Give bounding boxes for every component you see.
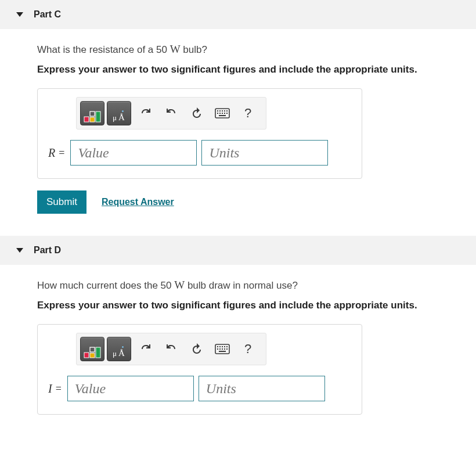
undo-button[interactable] — [134, 101, 158, 125]
question-text: How much current does the 50 W bulb draw… — [37, 279, 476, 292]
watt-symbol: W — [170, 43, 181, 55]
svg-rect-30 — [224, 346, 225, 347]
equals-sign: = — [56, 383, 62, 395]
svg-rect-9 — [219, 110, 221, 112]
question-text: What is the resistance of a 50 W bulb? — [37, 43, 476, 56]
svg-rect-21 — [90, 353, 95, 358]
svg-rect-36 — [226, 348, 228, 350]
svg-rect-14 — [219, 113, 221, 114]
svg-rect-15 — [222, 113, 223, 114]
equals-sign: = — [59, 147, 64, 159]
svg-rect-1 — [90, 112, 95, 116]
redo-button[interactable] — [159, 101, 183, 125]
instruction-text: Express your answer to two significant f… — [37, 300, 476, 311]
svg-rect-3 — [96, 112, 100, 122]
input-row: R = — [48, 140, 351, 166]
svg-text:μ: μ — [113, 113, 117, 122]
actions-row: Submit Request Answer — [37, 190, 476, 214]
part-title: Part C — [34, 9, 61, 20]
part-title: Part D — [34, 245, 61, 256]
answer-box: μ Å ? I = — [37, 324, 362, 415]
svg-rect-16 — [224, 113, 225, 114]
question-pre: How much current does the 50 — [37, 280, 174, 291]
value-input[interactable] — [70, 140, 197, 166]
redo-button[interactable] — [159, 337, 183, 361]
svg-rect-33 — [219, 348, 221, 350]
part-body: What is the resistance of a 50 W bulb? E… — [0, 29, 476, 236]
svg-rect-18 — [219, 115, 226, 116]
svg-rect-34 — [222, 348, 223, 350]
svg-rect-0 — [84, 117, 89, 122]
units-input[interactable] — [199, 376, 325, 401]
svg-point-6 — [122, 110, 124, 112]
keyboard-button[interactable] — [210, 337, 235, 361]
help-button[interactable]: ? — [236, 101, 260, 125]
keyboard-button[interactable] — [210, 101, 235, 125]
question-pre: What is the resistance of a 50 — [37, 44, 170, 55]
svg-point-25 — [122, 346, 124, 348]
undo-button[interactable] — [134, 337, 158, 361]
svg-rect-2 — [90, 117, 95, 122]
svg-rect-12 — [226, 110, 228, 112]
question-post: bulb draw in normal use? — [185, 280, 298, 291]
special-chars-button[interactable]: μ Å — [107, 101, 131, 125]
chevron-down-icon — [16, 248, 23, 253]
reset-button[interactable] — [185, 101, 209, 125]
svg-rect-22 — [96, 347, 100, 358]
units-input[interactable] — [201, 140, 328, 166]
equation-toolbar: μ Å ? — [76, 97, 266, 130]
templates-button[interactable] — [80, 337, 104, 361]
question-post: bulb? — [181, 44, 207, 55]
svg-rect-17 — [226, 113, 228, 114]
variable-label: I — [48, 382, 52, 396]
watt-symbol: W — [174, 279, 185, 291]
part-header[interactable]: Part D — [0, 236, 476, 265]
answer-box: μ Å ? R = — [37, 88, 362, 179]
svg-rect-13 — [217, 113, 218, 114]
input-row: I = — [48, 376, 351, 401]
equation-toolbar: μ Å ? — [76, 333, 266, 365]
part-header[interactable]: Part C — [0, 0, 476, 29]
svg-rect-11 — [224, 110, 225, 112]
special-chars-button[interactable]: μ Å — [107, 337, 131, 361]
svg-text:Å: Å — [118, 113, 125, 122]
svg-rect-29 — [222, 346, 223, 347]
chevron-down-icon — [16, 12, 23, 17]
svg-rect-31 — [226, 346, 228, 347]
part-body: How much current does the 50 W bulb draw… — [0, 265, 476, 415]
svg-rect-37 — [219, 351, 226, 352]
svg-text:μ: μ — [113, 349, 117, 358]
value-input[interactable] — [67, 376, 194, 401]
request-answer-link[interactable]: Request Answer — [102, 197, 174, 207]
help-button[interactable]: ? — [236, 337, 260, 361]
svg-rect-32 — [217, 348, 218, 350]
svg-rect-20 — [90, 347, 95, 352]
submit-button[interactable]: Submit — [37, 190, 86, 214]
svg-rect-28 — [219, 346, 221, 347]
variable-label: R — [48, 146, 55, 160]
svg-text:Å: Å — [118, 348, 125, 358]
reset-button[interactable] — [185, 337, 209, 361]
svg-rect-8 — [217, 110, 218, 112]
svg-rect-10 — [222, 110, 223, 112]
instruction-text: Express your answer to two significant f… — [37, 64, 476, 75]
svg-rect-35 — [224, 348, 225, 350]
templates-button[interactable] — [80, 101, 104, 125]
svg-rect-19 — [84, 353, 89, 358]
svg-rect-27 — [217, 346, 218, 347]
